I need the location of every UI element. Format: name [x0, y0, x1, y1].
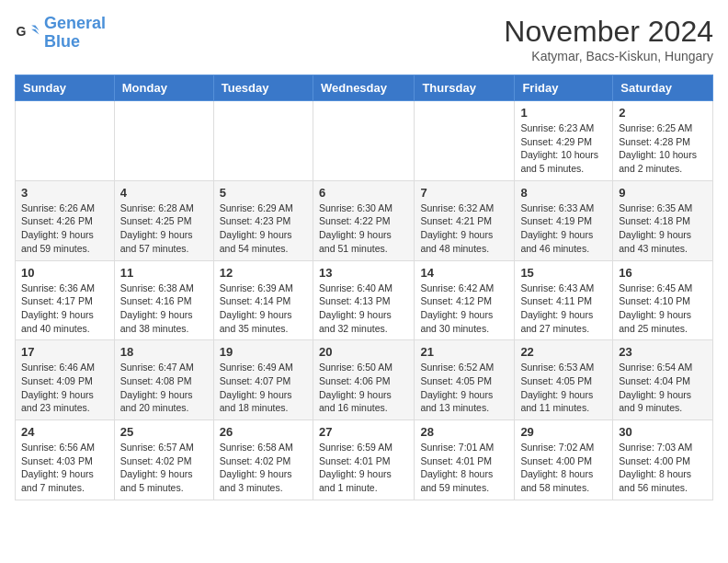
col-monday: Monday — [114, 75, 213, 101]
calendar-cell: 1Sunrise: 6:23 AMSunset: 4:29 PMDaylight… — [515, 101, 613, 181]
day-number: 11 — [120, 266, 208, 280]
calendar-cell — [16, 101, 115, 181]
day-info: Sunrise: 6:40 AMSunset: 4:13 PMDaylight:… — [319, 282, 408, 336]
svg-marker-2 — [31, 29, 39, 35]
day-info: Sunrise: 6:58 AMSunset: 4:02 PMDaylight:… — [220, 441, 307, 495]
day-number: 9 — [619, 186, 707, 200]
logo-text: General Blue — [44, 15, 106, 52]
calendar-cell: 25Sunrise: 6:57 AMSunset: 4:02 PMDayligh… — [114, 420, 213, 500]
calendar-cell: 4Sunrise: 6:28 AMSunset: 4:25 PMDaylight… — [114, 180, 213, 260]
col-friday: Friday — [515, 75, 613, 101]
calendar-cell: 17Sunrise: 6:46 AMSunset: 4:09 PMDayligh… — [16, 340, 115, 420]
col-thursday: Thursday — [415, 75, 515, 101]
day-info: Sunrise: 6:25 AMSunset: 4:28 PMDaylight:… — [619, 121, 707, 176]
day-info: Sunrise: 6:57 AMSunset: 4:02 PMDaylight:… — [120, 441, 208, 495]
day-info: Sunrise: 6:23 AMSunset: 4:29 PMDaylight:… — [520, 121, 607, 176]
day-info: Sunrise: 7:01 AMSunset: 4:01 PMDaylight:… — [420, 441, 508, 495]
calendar-cell: 18Sunrise: 6:47 AMSunset: 4:08 PMDayligh… — [114, 340, 213, 420]
day-number: 27 — [319, 425, 408, 439]
calendar-cell: 28Sunrise: 7:01 AMSunset: 4:01 PMDayligh… — [415, 420, 515, 500]
week-row-4: 17Sunrise: 6:46 AMSunset: 4:09 PMDayligh… — [16, 340, 713, 420]
day-number: 21 — [420, 345, 508, 359]
calendar-cell: 29Sunrise: 7:02 AMSunset: 4:00 PMDayligh… — [515, 420, 613, 500]
day-number: 7 — [420, 186, 508, 200]
calendar-cell: 3Sunrise: 6:26 AMSunset: 4:26 PMDaylight… — [16, 180, 115, 260]
day-number: 19 — [220, 345, 307, 359]
day-info: Sunrise: 6:50 AMSunset: 4:06 PMDaylight:… — [319, 361, 408, 415]
day-info: Sunrise: 6:38 AMSunset: 4:16 PMDaylight:… — [120, 282, 208, 336]
day-info: Sunrise: 6:29 AMSunset: 4:23 PMDaylight:… — [220, 201, 307, 256]
week-row-1: 1Sunrise: 6:23 AMSunset: 4:29 PMDaylight… — [16, 101, 713, 181]
svg-text:G: G — [16, 24, 26, 39]
day-number: 12 — [220, 266, 307, 280]
day-number: 3 — [21, 186, 108, 200]
day-info: Sunrise: 6:59 AMSunset: 4:01 PMDaylight:… — [319, 441, 408, 495]
title-section: November 2024 Katymar, Bacs-Kiskun, Hung… — [504, 15, 713, 63]
calendar-cell — [213, 101, 313, 181]
day-number: 30 — [619, 425, 707, 439]
calendar-cell: 8Sunrise: 6:33 AMSunset: 4:19 PMDaylight… — [515, 180, 613, 260]
day-info: Sunrise: 6:52 AMSunset: 4:05 PMDaylight:… — [420, 361, 508, 415]
calendar-cell: 10Sunrise: 6:36 AMSunset: 4:17 PMDayligh… — [16, 260, 115, 340]
day-number: 26 — [220, 425, 307, 439]
header: G General Blue November 2024 Katymar, Ba… — [15, 15, 713, 63]
day-number: 5 — [220, 186, 307, 200]
calendar-cell: 2Sunrise: 6:25 AMSunset: 4:28 PMDaylight… — [613, 101, 713, 181]
day-number: 16 — [619, 266, 707, 280]
calendar-cell — [415, 101, 515, 181]
col-wednesday: Wednesday — [313, 75, 414, 101]
calendar-cell: 24Sunrise: 6:56 AMSunset: 4:03 PMDayligh… — [16, 420, 115, 500]
day-info: Sunrise: 6:35 AMSunset: 4:18 PMDaylight:… — [619, 201, 707, 256]
calendar-cell: 20Sunrise: 6:50 AMSunset: 4:06 PMDayligh… — [313, 340, 414, 420]
day-number: 29 — [520, 425, 607, 439]
day-info: Sunrise: 6:49 AMSunset: 4:07 PMDaylight:… — [220, 361, 307, 415]
calendar-cell: 12Sunrise: 6:39 AMSunset: 4:14 PMDayligh… — [213, 260, 313, 340]
calendar-table: Sunday Monday Tuesday Wednesday Thursday… — [15, 75, 713, 500]
day-number: 13 — [319, 266, 408, 280]
day-info: Sunrise: 6:54 AMSunset: 4:04 PMDaylight:… — [619, 361, 707, 415]
day-number: 8 — [520, 186, 607, 200]
calendar-cell: 7Sunrise: 6:32 AMSunset: 4:21 PMDaylight… — [415, 180, 515, 260]
calendar-cell: 22Sunrise: 6:53 AMSunset: 4:05 PMDayligh… — [515, 340, 613, 420]
calendar-cell: 16Sunrise: 6:45 AMSunset: 4:10 PMDayligh… — [613, 260, 713, 340]
week-row-5: 24Sunrise: 6:56 AMSunset: 4:03 PMDayligh… — [16, 420, 713, 500]
day-info: Sunrise: 6:30 AMSunset: 4:22 PMDaylight:… — [319, 201, 408, 256]
day-number: 22 — [520, 345, 607, 359]
day-info: Sunrise: 6:33 AMSunset: 4:19 PMDaylight:… — [520, 201, 607, 256]
day-info: Sunrise: 6:26 AMSunset: 4:26 PMDaylight:… — [21, 201, 108, 256]
col-tuesday: Tuesday — [213, 75, 313, 101]
day-info: Sunrise: 6:42 AMSunset: 4:12 PMDaylight:… — [420, 282, 508, 336]
day-number: 6 — [319, 186, 408, 200]
calendar-cell — [313, 101, 414, 181]
day-number: 18 — [120, 345, 208, 359]
day-number: 23 — [619, 345, 707, 359]
day-info: Sunrise: 7:02 AMSunset: 4:00 PMDaylight:… — [520, 441, 607, 495]
day-info: Sunrise: 6:56 AMSunset: 4:03 PMDaylight:… — [21, 441, 108, 495]
calendar-cell: 6Sunrise: 6:30 AMSunset: 4:22 PMDaylight… — [313, 180, 414, 260]
calendar-cell: 26Sunrise: 6:58 AMSunset: 4:02 PMDayligh… — [213, 420, 313, 500]
day-number: 15 — [520, 266, 607, 280]
day-info: Sunrise: 6:28 AMSunset: 4:25 PMDaylight:… — [120, 201, 208, 256]
header-row: Sunday Monday Tuesday Wednesday Thursday… — [16, 75, 713, 101]
logo: G General Blue — [15, 15, 106, 52]
calendar-cell: 15Sunrise: 6:43 AMSunset: 4:11 PMDayligh… — [515, 260, 613, 340]
calendar-cell: 27Sunrise: 6:59 AMSunset: 4:01 PMDayligh… — [313, 420, 414, 500]
day-number: 1 — [520, 106, 607, 120]
day-info: Sunrise: 6:45 AMSunset: 4:10 PMDaylight:… — [619, 282, 707, 336]
day-info: Sunrise: 6:39 AMSunset: 4:14 PMDaylight:… — [220, 282, 307, 336]
calendar-cell: 5Sunrise: 6:29 AMSunset: 4:23 PMDaylight… — [213, 180, 313, 260]
day-info: Sunrise: 7:03 AMSunset: 4:00 PMDaylight:… — [619, 441, 707, 495]
day-number: 17 — [21, 345, 108, 359]
calendar-cell: 13Sunrise: 6:40 AMSunset: 4:13 PMDayligh… — [313, 260, 414, 340]
calendar-cell: 21Sunrise: 6:52 AMSunset: 4:05 PMDayligh… — [415, 340, 515, 420]
calendar-cell: 9Sunrise: 6:35 AMSunset: 4:18 PMDaylight… — [613, 180, 713, 260]
calendar-cell: 11Sunrise: 6:38 AMSunset: 4:16 PMDayligh… — [114, 260, 213, 340]
week-row-3: 10Sunrise: 6:36 AMSunset: 4:17 PMDayligh… — [16, 260, 713, 340]
calendar-cell: 23Sunrise: 6:54 AMSunset: 4:04 PMDayligh… — [613, 340, 713, 420]
day-info: Sunrise: 6:32 AMSunset: 4:21 PMDaylight:… — [420, 201, 508, 256]
day-number: 14 — [420, 266, 508, 280]
calendar-cell: 14Sunrise: 6:42 AMSunset: 4:12 PMDayligh… — [415, 260, 515, 340]
calendar-cell — [114, 101, 213, 181]
day-info: Sunrise: 6:46 AMSunset: 4:09 PMDaylight:… — [21, 361, 108, 415]
location-subtitle: Katymar, Bacs-Kiskun, Hungary — [504, 49, 713, 63]
